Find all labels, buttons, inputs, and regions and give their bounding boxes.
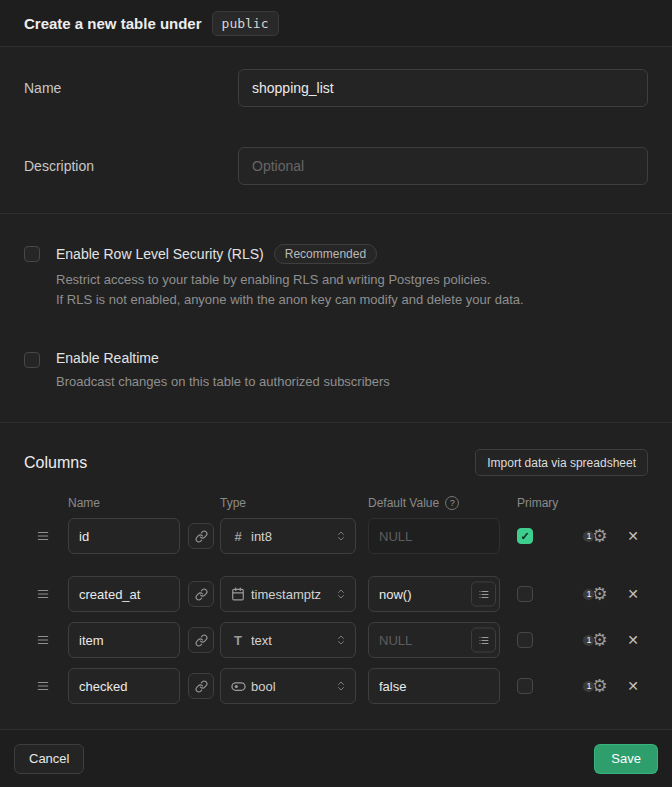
column-settings-button[interactable]: 1 ⚙	[577, 677, 613, 695]
hash-icon: #	[229, 529, 247, 544]
general-section: Name Description	[0, 47, 672, 214]
remove-column-button[interactable]: ✕	[621, 632, 645, 648]
drag-handle-icon[interactable]	[24, 633, 68, 647]
column-type-select[interactable]: # int8	[220, 518, 356, 554]
toggle-icon	[229, 679, 247, 694]
rls-label-row: Enable Row Level Security (RLS) Recommen…	[56, 244, 524, 264]
column-settings-button[interactable]: 1 ⚙	[577, 527, 613, 545]
chevron-up-down-icon	[335, 530, 347, 542]
import-spreadsheet-button[interactable]: Import data via spreadsheet	[475, 449, 648, 476]
foreign-key-link-button[interactable]	[188, 627, 214, 653]
realtime-toggle-row: Enable Realtime Broadcast changes on thi…	[24, 350, 648, 392]
chevron-up-down-icon	[335, 680, 347, 692]
suggestions-list-button[interactable]	[471, 628, 496, 653]
foreign-key-link-button[interactable]	[188, 581, 214, 607]
column-type-select[interactable]: timestamptz	[220, 576, 356, 612]
column-name-input[interactable]	[68, 518, 180, 554]
recommended-badge: Recommended	[274, 244, 377, 264]
settings-count-badge: 1	[582, 530, 595, 543]
default-value-cell	[368, 622, 500, 658]
primary-cell	[517, 632, 577, 648]
rls-toggle-body: Enable Row Level Security (RLS) Recommen…	[56, 244, 524, 310]
header-type: Type	[220, 496, 368, 510]
text-icon: T	[229, 633, 247, 648]
default-value-input[interactable]	[368, 668, 500, 704]
default-value-cell	[368, 518, 500, 554]
description-input[interactable]	[238, 147, 648, 185]
realtime-label: Enable Realtime	[56, 350, 159, 366]
column-name-input[interactable]	[68, 576, 180, 612]
column-type-label: bool	[251, 679, 335, 694]
column-type-label: timestamptz	[251, 587, 335, 602]
drag-handle-icon[interactable]	[24, 587, 68, 601]
primary-checkbox[interactable]	[517, 586, 533, 602]
link-icon	[195, 634, 208, 647]
column-rows: # int8 1 ⚙ ✕ timest	[0, 518, 672, 704]
column-row: T text 1 ⚙ ✕	[0, 622, 672, 658]
name-input[interactable]	[238, 69, 648, 107]
column-name-input[interactable]	[68, 668, 180, 704]
rls-description-line2: If RLS is not enabled, anyone with the a…	[56, 292, 524, 307]
page-title-text: Create a new table under	[24, 15, 202, 32]
panel-header: Create a new table under public	[0, 0, 672, 47]
primary-cell	[517, 678, 577, 694]
settings-count-badge: 1	[582, 588, 595, 601]
realtime-toggle-body: Enable Realtime Broadcast changes on thi…	[56, 350, 390, 392]
header-primary: Primary	[517, 496, 558, 510]
name-row: Name	[24, 69, 648, 107]
link-icon	[195, 588, 208, 601]
column-type-select[interactable]: bool	[220, 668, 356, 704]
primary-checkbox[interactable]	[517, 528, 533, 544]
columns-title-row: Columns Import data via spreadsheet	[0, 449, 672, 476]
help-icon[interactable]: ?	[445, 496, 459, 510]
primary-checkbox[interactable]	[517, 632, 533, 648]
page-title: Create a new table under public	[24, 11, 279, 36]
column-settings-button[interactable]: 1 ⚙	[577, 631, 613, 649]
primary-cell	[517, 528, 577, 544]
default-value-input[interactable]	[368, 518, 500, 554]
column-type-label: int8	[251, 529, 335, 544]
cancel-button[interactable]: Cancel	[14, 744, 84, 774]
settings-count-badge: 1	[582, 634, 595, 647]
foreign-key-link-button[interactable]	[188, 523, 214, 549]
header-name: Name	[68, 496, 220, 510]
drag-handle-icon[interactable]	[24, 529, 68, 543]
column-row: # int8 1 ⚙ ✕	[0, 518, 672, 554]
column-row: timestamptz 1 ⚙ ✕	[0, 576, 672, 612]
create-table-panel: Create a new table under public Name Des…	[0, 0, 672, 787]
default-value-cell	[368, 576, 500, 612]
link-icon	[195, 530, 208, 543]
rls-checkbox[interactable]	[24, 246, 40, 262]
rls-description: Restrict access to your table by enablin…	[56, 270, 524, 310]
calendar-icon	[229, 587, 247, 601]
columns-title: Columns	[24, 454, 87, 472]
column-row: bool 1 ⚙ ✕	[0, 668, 672, 704]
name-label: Name	[24, 80, 238, 96]
settings-count-badge: 1	[582, 680, 595, 693]
schema-badge: public	[212, 11, 279, 36]
drag-handle-icon[interactable]	[24, 679, 68, 693]
remove-column-button[interactable]: ✕	[621, 678, 645, 694]
column-name-input[interactable]	[68, 622, 180, 658]
rls-description-line1: Restrict access to your table by enablin…	[56, 272, 490, 287]
default-value-cell	[368, 668, 500, 704]
column-type-label: text	[251, 633, 335, 648]
rls-label: Enable Row Level Security (RLS)	[56, 246, 264, 262]
panel-footer: Cancel Save	[0, 730, 672, 787]
suggestions-list-button[interactable]	[471, 582, 496, 607]
columns-header-row: Name Type Default Value ? Primary	[0, 496, 672, 510]
save-button[interactable]: Save	[594, 744, 658, 774]
column-settings-button[interactable]: 1 ⚙	[577, 585, 613, 603]
remove-column-button[interactable]: ✕	[621, 586, 645, 602]
realtime-description: Broadcast changes on this table to autho…	[56, 372, 390, 392]
remove-column-button[interactable]: ✕	[621, 528, 645, 544]
columns-section: Columns Import data via spreadsheet Name…	[0, 423, 672, 730]
primary-checkbox[interactable]	[517, 678, 533, 694]
foreign-key-link-button[interactable]	[188, 673, 214, 699]
column-type-select[interactable]: T text	[220, 622, 356, 658]
header-default-value-text: Default Value	[368, 496, 439, 510]
header-default-value: Default Value ?	[368, 496, 517, 510]
toggles-section: Enable Row Level Security (RLS) Recommen…	[0, 214, 672, 423]
realtime-checkbox[interactable]	[24, 352, 40, 368]
realtime-label-row: Enable Realtime	[56, 350, 390, 366]
